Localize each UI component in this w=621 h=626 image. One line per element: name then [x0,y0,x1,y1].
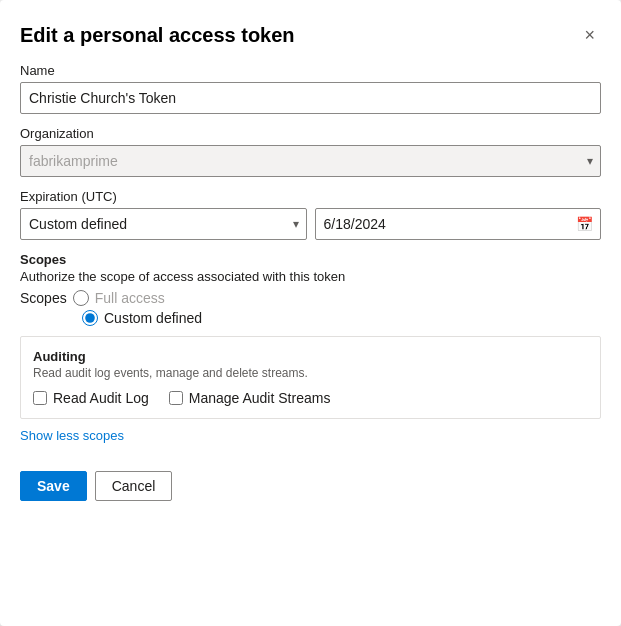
name-input[interactable] [20,82,601,114]
cancel-button[interactable]: Cancel [95,471,173,501]
auditing-description: Read audit log events, manage and delete… [33,366,588,380]
scope-radio-group: Scopes Full access Custom defined [20,290,601,326]
custom-defined-label[interactable]: Custom defined [104,310,202,326]
full-access-label[interactable]: Full access [95,290,165,306]
manage-audit-streams-checkbox[interactable] [169,391,183,405]
organization-label: Organization [20,126,601,141]
expiration-select-wrapper: 30 days 60 days 90 days Custom defined ▾ [20,208,307,240]
name-label: Name [20,63,601,78]
organization-field-group: Organization fabrikamprime ▾ [20,126,601,177]
name-field-group: Name [20,63,601,114]
scopes-scroll-area[interactable]: Auditing Read audit log events, manage a… [21,337,600,418]
expiration-label: Expiration (UTC) [20,189,601,204]
action-row: Save Cancel [20,471,601,501]
expiration-row: 30 days 60 days 90 days Custom defined ▾… [20,208,601,240]
auditing-checkboxes: Read Audit Log Manage Audit Streams [33,390,588,406]
scopes-section: Scopes Authorize the scope of access ass… [20,252,601,326]
show-scopes-link[interactable]: Show less scopes [20,428,124,443]
manage-audit-streams-label[interactable]: Manage Audit Streams [189,390,331,406]
scopes-inline-label: Scopes [20,290,67,306]
scopes-box: Auditing Read audit log events, manage a… [20,336,601,419]
date-input-wrapper: 📅 [315,208,602,240]
full-access-radio[interactable] [73,290,89,306]
custom-defined-radio[interactable] [82,310,98,326]
auditing-title: Auditing [33,349,588,364]
date-input[interactable] [315,208,602,240]
read-audit-log-item: Read Audit Log [33,390,149,406]
manage-audit-streams-item: Manage Audit Streams [169,390,331,406]
read-audit-log-checkbox[interactable] [33,391,47,405]
save-button[interactable]: Save [20,471,87,501]
dialog-title: Edit a personal access token [20,24,295,47]
custom-defined-radio-item: Custom defined [82,310,601,326]
expiration-select[interactable]: 30 days 60 days 90 days Custom defined [20,208,307,240]
close-button[interactable]: × [578,24,601,46]
edit-token-dialog: Edit a personal access token × Name Orga… [0,0,621,626]
read-audit-log-label[interactable]: Read Audit Log [53,390,149,406]
organization-select[interactable]: fabrikamprime [20,145,601,177]
organization-select-wrapper: fabrikamprime ▾ [20,145,601,177]
dialog-header: Edit a personal access token × [20,24,601,47]
scopes-title: Scopes [20,252,601,267]
full-access-radio-item: Scopes Full access [20,290,601,306]
scopes-description: Authorize the scope of access associated… [20,269,601,284]
